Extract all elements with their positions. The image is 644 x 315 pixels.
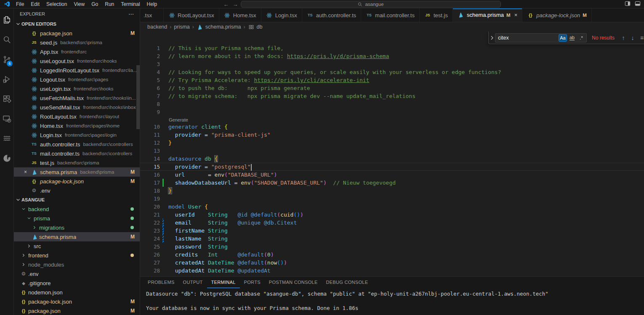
menu-view[interactable]: View — [70, 1, 88, 7]
open-editor-item[interactable]: {}package.jsonM — [14, 29, 140, 38]
open-editor-item[interactable]: useLogin.tsxfrontend\src\hooks — [14, 84, 140, 93]
whole-word-button[interactable]: ab — [568, 34, 576, 42]
open-editors-section-header[interactable]: OPEN EDITORS — [14, 19, 140, 29]
open-editor-item[interactable]: ⚙.env — [14, 186, 140, 195]
panel-tab-terminal[interactable]: TERMINAL — [207, 277, 240, 288]
more-actions-icon[interactable]: ⋯ — [128, 11, 134, 17]
menu-file[interactable]: File — [13, 1, 27, 7]
panel-tab-problems[interactable]: PROBLEMS — [144, 277, 179, 288]
tree-item[interactable]: migrations — [14, 223, 140, 232]
workspace-section-header[interactable]: ASANGUE — [14, 195, 140, 204]
breadcrumb-item[interactable]: prisma — [174, 24, 190, 30]
tree-item[interactable]: frontend — [14, 251, 140, 260]
open-editor-item[interactable]: JStest.jsbackend\src\prisma — [14, 158, 140, 167]
breadcrumb-item[interactable]: schema.prisma — [197, 24, 241, 30]
breadcrumb-item[interactable]: backend — [147, 24, 167, 30]
code-line[interactable]: 1// This is your Prisma schema file, — [140, 44, 644, 52]
code-area[interactable]: 1// This is your Prisma schema file,2// … — [140, 32, 644, 275]
menu-go[interactable]: Go — [88, 1, 101, 7]
tree-item[interactable]: {}package-lock.jsonM — [14, 297, 140, 306]
code-line[interactable]: 27 createdAt DateTime @default(now()) — [140, 259, 644, 267]
code-line[interactable]: 10generator client { — [140, 123, 644, 131]
source-control-icon[interactable]: 6 — [0, 50, 13, 69]
find-input[interactable] — [495, 35, 559, 41]
editor[interactable]: Aa ab .* No results ↑ ↓ ≡ 1// This is yo… — [140, 32, 644, 276]
code-line[interactable]: 25 password String — [140, 243, 644, 251]
code-line[interactable]: 9 — [140, 108, 644, 116]
match-case-button[interactable]: Aa — [559, 34, 567, 42]
codelens-action[interactable]: Generate — [140, 116, 644, 123]
run-debug-icon[interactable] — [0, 69, 13, 89]
open-editor-item[interactable]: Logout.tsxfrontend\src\pages — [14, 75, 140, 84]
code-line[interactable]: 12} — [140, 139, 644, 147]
code-line[interactable]: 3 — [140, 60, 644, 68]
editor-tab[interactable]: TSmail.controller.ts — [361, 8, 420, 22]
tree-item[interactable]: ⚙.env — [14, 269, 140, 278]
customize-layout-icon[interactable] — [635, 1, 641, 6]
close-icon[interactable]: × — [514, 12, 518, 18]
breadcrumb-item[interactable]: db — [248, 24, 263, 30]
editor-tab[interactable]: {}package-lock.jsonM — [522, 8, 592, 22]
code-line[interactable]: 16 url = env("DATABASE_URL") — [140, 171, 644, 179]
open-editor-item[interactable]: TSmail.controller.tsbackend\src\controll… — [14, 149, 140, 158]
editor-tab[interactable]: TSauth.controller.ts — [302, 8, 361, 22]
circle-extension-icon[interactable] — [0, 148, 13, 168]
regex-button[interactable]: .* — [577, 34, 585, 42]
editor-tab[interactable]: Home.tsx — [219, 8, 261, 22]
tree-item[interactable]: node_modules — [14, 260, 140, 269]
code-line[interactable]: 14datasource db { — [140, 155, 644, 163]
code-line[interactable]: 20model User { — [140, 203, 644, 211]
code-line[interactable]: 8 — [140, 100, 644, 108]
code-line[interactable]: 6// to push the db: npx prisma generate — [140, 84, 644, 92]
toggle-panel-icon[interactable] — [625, 1, 631, 6]
find-next-button[interactable]: ↓ — [628, 34, 637, 41]
code-line[interactable]: 7// to migrate schema: npx prisma migrat… — [140, 92, 644, 100]
comment-link[interactable]: https://pris.ly/cli/accelerate-init — [254, 77, 370, 83]
menu-selection[interactable]: Selection — [43, 1, 70, 7]
tree-item[interactable]: {}package.jsonM — [14, 306, 140, 315]
tree-item[interactable]: src — [14, 241, 140, 251]
menu-terminal[interactable]: Terminal — [117, 1, 143, 7]
tree-item[interactable]: prisma — [14, 214, 140, 223]
close-icon[interactable]: × — [24, 169, 27, 175]
code-line[interactable]: 19 — [140, 195, 644, 203]
code-line[interactable]: 5// Try Prisma Accelerate: https://pris.… — [140, 76, 644, 84]
open-editor-item[interactable]: {}package-lock.jsonM — [14, 177, 140, 186]
comment-link[interactable]: https://pris.ly/d/prisma-schema — [287, 53, 389, 59]
code-line[interactable]: 15 provider = "postgresql" — [140, 163, 644, 171]
panel-tab-debug-console[interactable]: DEBUG CONSOLE — [322, 277, 373, 288]
editor-tab[interactable]: Login.tsx — [261, 8, 302, 22]
toggle-replace-chevron-icon[interactable] — [489, 32, 495, 44]
menu-edit[interactable]: Edit — [27, 1, 43, 7]
command-center-search[interactable]: asangue — [241, 1, 501, 8]
panel-tab-output[interactable]: OUTPUT — [179, 277, 207, 288]
search-icon[interactable] — [0, 30, 13, 50]
tree-item[interactable]: backend — [14, 204, 140, 214]
panel-tab-ports[interactable]: PORTS — [240, 277, 265, 288]
explorer-icon[interactable] — [0, 10, 13, 30]
tree-item[interactable]: {}nodemon.json — [14, 288, 140, 297]
find-previous-button[interactable]: ↑ — [619, 34, 628, 41]
code-line[interactable]: 18} — [140, 187, 644, 195]
back-arrow-icon[interactable]: ← — [222, 1, 230, 8]
open-editor-item[interactable]: useLogout.tsxfrontend\src\hooks — [14, 56, 140, 66]
code-line[interactable]: 13 — [140, 147, 644, 155]
code-line[interactable]: 4// Looking for ways to speed up your qu… — [140, 68, 644, 76]
code-line[interactable]: 2// learn more about it in the docs: htt… — [140, 52, 644, 60]
code-line[interactable]: 22 email String @unique @db.Citext — [140, 219, 644, 227]
editor-tab[interactable]: schema.prismaM× — [453, 8, 522, 22]
code-line[interactable]: 24 lastName String — [140, 235, 644, 243]
menu-run[interactable]: Run — [101, 1, 117, 7]
editor-tab[interactable]: .tsx — [140, 8, 164, 22]
open-editor-item[interactable]: JSseed.jsbackend\src\prisma — [14, 38, 140, 47]
live-preview-icon[interactable] — [0, 109, 13, 129]
forward-arrow-icon[interactable]: → — [232, 1, 239, 8]
editor-tab[interactable]: JStest.js — [420, 8, 453, 22]
open-editor-item[interactable]: useSendMail.tsxfrontend\src\hooks\inbox — [14, 103, 140, 112]
code-line[interactable]: 23 firstName String — [140, 227, 644, 235]
code-line[interactable]: 11 provider = "prisma-client-js" — [140, 131, 644, 139]
code-line[interactable]: 28 updatedAt DateTime @updatedAt — [140, 267, 644, 275]
open-editor-item[interactable]: useFetchMails.tsxfrontend\src\hooks\in..… — [14, 93, 140, 103]
open-editor-item[interactable]: App.tsxfrontend\src — [14, 47, 140, 56]
extensions-icon[interactable] — [0, 89, 13, 109]
